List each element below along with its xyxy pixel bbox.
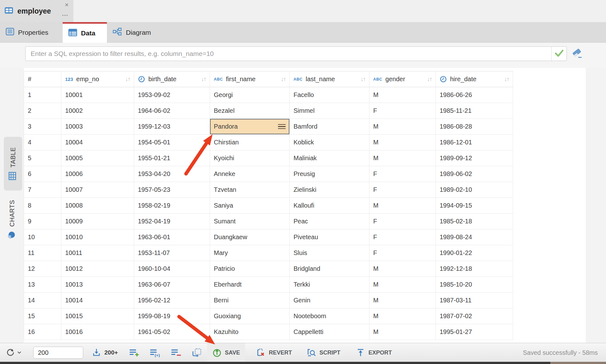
row-number-cell[interactable]: 11 xyxy=(24,245,61,261)
cell[interactable]: F xyxy=(369,166,436,182)
column-header-hire_date[interactable]: hire_date↓↑ xyxy=(436,71,513,87)
cell[interactable]: F xyxy=(369,245,436,261)
row-number-cell[interactable]: 9 xyxy=(24,214,61,229)
cell[interactable]: M xyxy=(369,293,436,308)
column-header-emp_no[interactable]: 123emp_no↓↑ xyxy=(61,71,134,87)
cell[interactable]: 1989-09-12 xyxy=(436,150,513,166)
cell[interactable]: M xyxy=(369,135,436,150)
cell[interactable]: 1963-06-07 xyxy=(134,277,210,293)
cell[interactable]: Maliniak xyxy=(290,150,369,166)
fetch-more-button[interactable]: 200+ xyxy=(92,343,118,362)
cell[interactable]: Cappelletti xyxy=(290,324,369,340)
column-header-gender[interactable]: ABCgender↓↑ xyxy=(369,71,436,87)
apply-filter-button[interactable] xyxy=(551,47,566,61)
cell[interactable]: 1992-12-18 xyxy=(436,261,513,277)
cell[interactable]: Kyoichi xyxy=(210,150,290,166)
row-number-cell[interactable]: 13 xyxy=(24,277,61,293)
editor-tab-employee[interactable]: employee × ... xyxy=(0,0,73,22)
cell[interactable]: 1960-10-04 xyxy=(134,261,210,277)
cell[interactable]: 1985-02-18 xyxy=(436,214,513,229)
row-number-cell[interactable]: 3 xyxy=(24,119,61,135)
cell[interactable]: 1985-11-21 xyxy=(436,103,513,119)
cell[interactable]: M xyxy=(369,324,436,340)
cell[interactable]: 1953-04-20 xyxy=(134,166,210,182)
cell[interactable]: Saniya xyxy=(210,198,290,214)
cell[interactable]: 1955-01-21 xyxy=(134,150,210,166)
export-button[interactable]: EXPORT xyxy=(353,343,395,362)
cell[interactable]: 1964-06-02 xyxy=(134,103,210,119)
cell[interactable]: F xyxy=(369,103,436,119)
cell[interactable]: 10010 xyxy=(61,229,134,245)
cell[interactable]: 1989-08-24 xyxy=(436,229,513,245)
cell[interactable]: Simmel xyxy=(290,103,369,119)
cell[interactable]: 10002 xyxy=(61,103,134,119)
refresh-rows-button[interactable] xyxy=(192,343,202,362)
cell[interactable]: 10013 xyxy=(61,277,134,293)
cell[interactable]: F xyxy=(369,229,436,245)
cell[interactable]: 10009 xyxy=(61,214,134,229)
cell[interactable]: Preusig xyxy=(290,166,369,182)
cell[interactable]: Berni xyxy=(210,293,290,308)
cell[interactable]: Genin xyxy=(290,293,369,308)
clear-filter-button[interactable] xyxy=(572,48,583,59)
cell[interactable]: 1986-08-28 xyxy=(436,119,513,135)
row-number-cell[interactable]: 5 xyxy=(24,150,61,166)
cell[interactable]: Mary xyxy=(210,245,290,261)
cell[interactable]: Georgi xyxy=(210,87,290,103)
tab-data[interactable]: Data xyxy=(63,22,107,43)
cell[interactable]: F xyxy=(369,182,436,198)
cell[interactable]: Terkki xyxy=(290,277,369,293)
tab-diagram[interactable]: Diagram xyxy=(107,22,173,43)
cell[interactable]: 1958-02-19 xyxy=(134,198,210,214)
cell[interactable]: 1995-01-27 xyxy=(436,324,513,340)
rail-tab-table[interactable]: TABLE xyxy=(4,137,22,191)
cell[interactable]: 10003 xyxy=(61,119,134,135)
cell[interactable]: Sumant xyxy=(210,214,290,229)
cell[interactable]: 1990-01-22 xyxy=(436,245,513,261)
cell[interactable]: Peac xyxy=(290,214,369,229)
cell[interactable]: 1963-06-01 xyxy=(134,229,210,245)
column-header-last_name[interactable]: ABClast_name↓↑ xyxy=(290,71,369,87)
cell[interactable]: Chirstian xyxy=(210,135,290,150)
cell[interactable]: 1987-07-02 xyxy=(436,308,513,324)
cell[interactable]: M xyxy=(369,198,436,214)
cell[interactable]: Kazuhito xyxy=(210,324,290,340)
row-number-cell[interactable]: 16 xyxy=(24,324,61,340)
cell[interactable]: 1952-04-19 xyxy=(134,214,210,229)
column-header-rownum[interactable]: # xyxy=(24,71,61,87)
cell[interactable]: 1987-03-11 xyxy=(436,293,513,308)
tab-overflow-icon[interactable]: ... xyxy=(62,11,71,18)
row-number-cell[interactable]: 14 xyxy=(24,293,61,308)
row-number-cell[interactable]: 1 xyxy=(24,87,61,103)
row-number-cell[interactable]: 6 xyxy=(24,166,61,182)
cell[interactable]: Tzvetan xyxy=(210,182,290,198)
tab-properties[interactable]: Properties xyxy=(0,22,63,43)
cell[interactable]: 1954-05-01 xyxy=(134,135,210,150)
row-number-cell[interactable]: 2 xyxy=(24,103,61,119)
cell[interactable]: 10016 xyxy=(61,324,134,340)
cell[interactable]: Piveteau xyxy=(290,229,369,245)
duplicate-row-button[interactable]: (+) xyxy=(150,343,161,362)
delete-row-button[interactable] xyxy=(171,343,182,362)
column-header-first_name[interactable]: ABCfirst_name↓↑ xyxy=(210,71,290,87)
cell[interactable]: 1953-09-02 xyxy=(134,87,210,103)
cell[interactable]: Duangkaew xyxy=(210,229,290,245)
column-header-birth_date[interactable]: birth_date↓↑ xyxy=(134,71,210,87)
cell[interactable]: Koblick xyxy=(290,135,369,150)
script-button[interactable]: SCRIPT xyxy=(304,343,343,362)
cell[interactable]: 10015 xyxy=(61,308,134,324)
cell[interactable]: 10006 xyxy=(61,166,134,182)
cell[interactable]: M xyxy=(369,261,436,277)
cell[interactable]: 10007 xyxy=(61,182,134,198)
row-number-cell[interactable]: 10 xyxy=(24,229,61,245)
cell[interactable]: Patricio xyxy=(210,261,290,277)
cell[interactable]: 10004 xyxy=(61,135,134,150)
cell[interactable]: 1959-12-03 xyxy=(134,119,210,135)
row-number-cell[interactable]: 12 xyxy=(24,261,61,277)
cell[interactable]: 10014 xyxy=(61,293,134,308)
cell[interactable]: M xyxy=(369,119,436,135)
cell[interactable]: 1989-02-10 xyxy=(436,182,513,198)
close-icon[interactable]: × xyxy=(63,1,71,9)
add-row-button[interactable] xyxy=(129,343,140,362)
cell[interactable]: Guoxiang xyxy=(210,308,290,324)
